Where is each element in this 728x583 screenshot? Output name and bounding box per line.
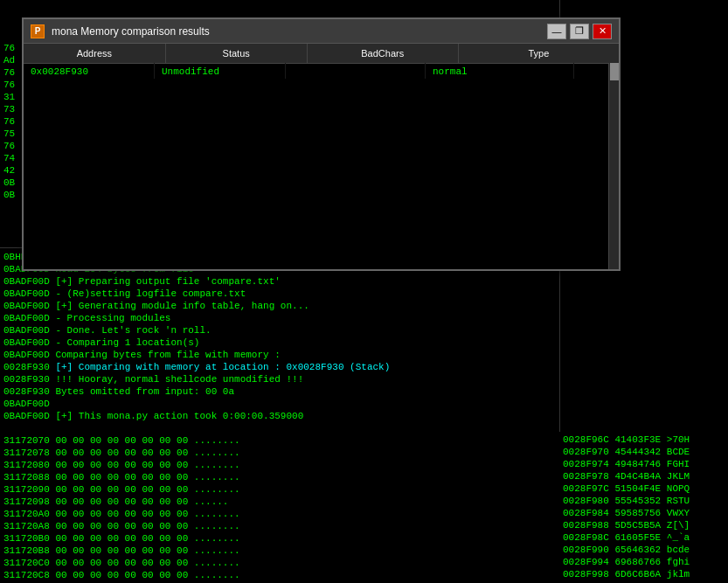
hex-line: 311720A8 00 00 00 00 00 00 00 00 .......… (3, 520, 556, 532)
right-hex-line: 0028F998 6D6C6B6A jklm (563, 568, 725, 580)
cell-badchars (286, 63, 426, 79)
cell-address: 0x0028F930 (24, 63, 155, 79)
console-line: 0BADF00D (3, 398, 556, 410)
modal-scrollbar[interactable] (608, 63, 619, 269)
hex-line: 311720C8 00 00 00 00 00 00 00 00 .......… (3, 569, 556, 581)
modal-icon: P (31, 24, 45, 38)
modal-titlebar: P mona Memory comparison results — ❐ ✕ (24, 19, 619, 44)
col-header-status: Status (165, 44, 307, 63)
console-line: 0BADF00D - Comparing 1 location(s) (3, 337, 556, 349)
modal-icon-label: P (35, 26, 41, 36)
hex-line: 31172070 00 00 00 00 00 00 00 00 .......… (3, 434, 556, 447)
hex-line: 311720B8 00 00 00 00 00 00 00 00 .......… (3, 545, 556, 557)
modal-window-controls: — ❐ ✕ (547, 24, 612, 39)
col-header-type: Type (458, 44, 619, 63)
right-hex-line: 0028F988 5D5C5B5A Z[\] (563, 519, 725, 531)
close-button[interactable]: ✕ (593, 24, 612, 39)
right-hex-line: 0028F994 69686766 fghi (563, 556, 725, 568)
hex-line: 311720A0 00 00 00 00 00 00 00 00 .......… (3, 508, 556, 520)
hex-line: 31172090 00 00 00 00 00 00 00 00 .......… (3, 483, 556, 496)
table-header-row: Address Status BadChars Type (24, 44, 619, 63)
console-line: 0BADF00D Comparing bytes from file with … (3, 349, 556, 361)
right-hex-line: 0028F97C 51504F4E NOPQ (563, 482, 725, 495)
console-line: 0BADF00D - Done. Let's rock 'n roll. (3, 324, 556, 337)
right-hex-line: 0028F970 45444342 BCDE (563, 446, 725, 458)
right-hex-line: 0028F984 59585756 VWXY (563, 507, 725, 519)
console-output: 0BHDF00D [+] Reading file c:\users\victi… (0, 249, 559, 433)
restore-button[interactable]: ❐ (570, 24, 589, 39)
console-line: 0BADF00D - Processing modules (3, 312, 556, 324)
console-line: 0028F930 !!! Hooray, normal shellcode un… (3, 373, 556, 385)
right-hex-line: 0028F990 65646362 bcde (563, 544, 725, 556)
modal-body: Address Status BadChars Type 0x0028F930 … (24, 44, 619, 269)
right-hex-values: 0028F96C 41403F3E >70H 0028F970 45444342… (559, 432, 728, 583)
table-row: 0x0028F930 Unmodified normal (24, 63, 608, 79)
console-line: 0BADF00D [+] This mona.py action took 0:… (3, 410, 556, 422)
hex-line: 31172088 00 00 00 00 00 00 00 00 .......… (3, 471, 556, 483)
hex-line: 31172078 00 00 00 00 00 00 00 00 .......… (3, 447, 556, 459)
right-hex-line: 0028F96C 41403F3E >70H (563, 434, 725, 446)
hex-line: 31172098 00 00 00 00 00 00 00 00 ...... (3, 496, 556, 508)
col-header-address: Address (24, 44, 165, 63)
hex-dump: 31172070 00 00 00 00 00 00 00 00 .......… (0, 433, 559, 583)
hex-line: 311720B0 00 00 00 00 00 00 00 00 .......… (3, 532, 556, 545)
modal-title: mona Memory comparison results (52, 25, 547, 38)
console-line: 0BADF00D [+] Generating module info tabl… (3, 300, 556, 312)
hex-line: 311720C0 00 00 00 00 00 00 00 00 .......… (3, 557, 556, 569)
scrollbar-thumb[interactable] (610, 63, 619, 80)
right-hex-line: 0028F980 55545352 RSTU (563, 495, 725, 507)
console-line: 0BADF00D - (Re)setting logfile compare.t… (3, 288, 556, 300)
cell-status: Unmodified (155, 63, 286, 79)
right-hex-line: 0028F98C 61605F5E ^_`a (563, 531, 725, 544)
cell-type: normal (426, 63, 574, 79)
modal-dialog[interactable]: P mona Memory comparison results — ❐ ✕ A… (22, 17, 621, 271)
hex-line: 31172080 00 00 00 00 00 00 00 00 .......… (3, 459, 556, 471)
col-header-badchars: BadChars (307, 44, 458, 63)
console-line: 0028F930 Bytes omitted from input: 00 0a (3, 385, 556, 398)
right-hex-line: 0028F974 49484746 FGHI (563, 458, 725, 470)
modal-data-area: 0x0028F930 Unmodified normal (24, 63, 608, 269)
console-line: 0BADF00D [+] Preparing output file 'comp… (3, 275, 556, 288)
minimize-button[interactable]: — (547, 24, 566, 39)
right-hex-line: 0028F978 4D4C4B4A JKLM (563, 470, 725, 482)
console-line: 0028F930 [+] Comparing with memory at lo… (3, 361, 556, 373)
